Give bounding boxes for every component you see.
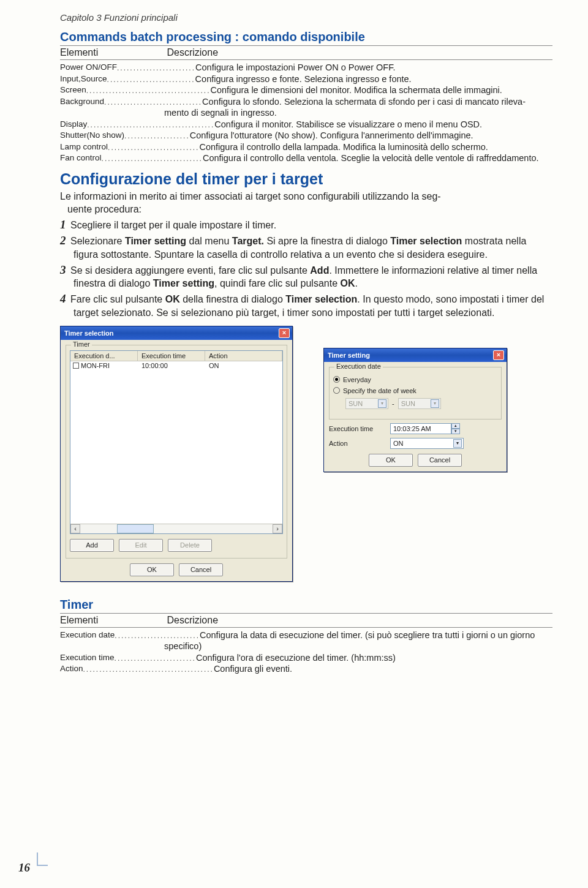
ok-button[interactable]: OK — [369, 454, 413, 467]
term: Power ON/OFF — [60, 62, 117, 73]
desc: Configura ingresso e fonte. Seleziona in… — [195, 73, 552, 85]
timer-list: Execution date..........................… — [60, 630, 552, 675]
table-header: Elementi Descrizione — [60, 613, 552, 628]
desc: Configura l'otturatore (No show). Config… — [190, 130, 552, 141]
col-descrizione: Descrizione — [167, 47, 218, 58]
horizontal-scrollbar[interactable]: ‹ › — [70, 524, 282, 533]
desc: Configura gli eventi. — [214, 663, 552, 675]
day-from-combo: SUN▾ — [345, 398, 388, 409]
desc-continuation: specifico) — [60, 641, 552, 652]
section1-title: Commands batch processing : comando disp… — [60, 30, 552, 44]
scroll-thumb[interactable] — [117, 524, 154, 533]
col-elementi: Elementi — [60, 47, 164, 58]
cancel-button[interactable]: Cancel — [418, 454, 462, 467]
dialog-title: Timer setting — [328, 352, 370, 359]
group-legend: Execution date — [334, 363, 383, 370]
term: Fan control — [60, 152, 102, 164]
desc: Configura la data di esecuzione del time… — [200, 630, 552, 641]
intro-text: Le informazioni in merito ai timer assoc… — [60, 190, 552, 216]
section3-title: Timer — [60, 598, 552, 612]
day-to-combo: SUN▾ — [398, 398, 441, 409]
term: Lamp control — [60, 141, 108, 153]
chevron-down-icon: ▾ — [431, 399, 439, 408]
step-4: 4 Fare clic sul pulsante OK della finest… — [60, 292, 552, 319]
timer-groupbox: Timer Execution d... Execution time Acti… — [66, 345, 287, 559]
term: Display — [60, 119, 87, 130]
chevron-down-icon: ▾ — [378, 399, 386, 408]
spin-down-icon[interactable]: ▾ — [451, 429, 460, 434]
scroll-left-icon[interactable]: ‹ — [70, 524, 80, 533]
titlebar[interactable]: Timer selection × — [61, 326, 292, 340]
action-label: Action — [329, 440, 390, 447]
desc: Configura il controllo della lampada. Mo… — [199, 141, 552, 153]
timer-setting-dialog: Timer setting × Execution date Everyday … — [323, 348, 507, 472]
desc: Configura lo sfondo. Seleziona la scherm… — [202, 96, 552, 108]
term: Background — [60, 96, 104, 108]
desc: Configura il monitor. Stabilisce se visu… — [214, 119, 552, 130]
add-button[interactable]: Add — [70, 539, 114, 552]
edit-button[interactable]: Edit — [119, 539, 163, 552]
desc-continuation: mento di segnali in ingresso. — [60, 107, 552, 119]
radio-icon[interactable] — [333, 376, 340, 383]
chapter-header: Capitolo 3 Funzioni principali — [60, 12, 552, 23]
radio-specify[interactable]: Specify the date of week — [333, 387, 497, 394]
desc: Configura il controllo della ventola. Sc… — [203, 152, 552, 164]
desc: Configura l'ora di esecuzione del timer.… — [196, 652, 552, 664]
term: Execution time — [60, 652, 115, 664]
term: Screen — [60, 85, 86, 96]
term: Input,Source — [60, 73, 107, 85]
exec-time-spinner[interactable]: 10:03:25 AM ▴▾ — [390, 423, 460, 434]
exec-date-groupbox: Execution date Everyday Specify the date… — [329, 367, 502, 420]
col-elementi: Elementi — [60, 615, 164, 626]
desc: Configura le impostazioni Power ON o Pow… — [195, 62, 552, 73]
term: Action — [60, 663, 83, 675]
titlebar[interactable]: Timer setting × — [324, 348, 507, 362]
ok-button[interactable]: OK — [130, 563, 174, 576]
step-1: 1 Scegliere il target per il quale impos… — [60, 217, 552, 233]
timer-selection-dialog: Timer selection × Timer Execution d... E… — [60, 326, 293, 582]
radio-everyday[interactable]: Everyday — [333, 376, 497, 383]
chevron-down-icon[interactable]: ▾ — [453, 439, 462, 448]
col-descrizione: Descrizione — [167, 615, 218, 625]
list-item[interactable]: MON-FRI 10:00:00 ON — [70, 361, 282, 370]
term: Execution date — [60, 630, 115, 641]
scroll-right-icon[interactable]: › — [273, 524, 282, 533]
exec-time-label: Execution time — [329, 425, 390, 432]
col-exec-date[interactable]: Execution d... — [70, 351, 138, 361]
cancel-button[interactable]: Cancel — [179, 563, 223, 576]
desc: Configura le dimensioni del monitor. Mod… — [210, 85, 552, 96]
close-icon[interactable]: × — [493, 350, 504, 360]
timer-listbox[interactable]: Execution d... Execution time Action MON… — [70, 350, 283, 534]
col-exec-time[interactable]: Execution time — [138, 351, 205, 361]
commands-list: Power ON/OFF........................Conf… — [60, 62, 552, 164]
col-action[interactable]: Action — [205, 351, 282, 361]
table-header: Elementi Descrizione — [60, 45, 552, 60]
list-header: Execution d... Execution time Action — [70, 351, 282, 361]
section2-title: Configurazione del timer per i target — [60, 170, 552, 188]
step-2: 2 Selezionare Timer setting dal menu Tar… — [60, 233, 552, 261]
delete-button[interactable]: Delete — [168, 539, 212, 552]
page-number: 16 — [18, 861, 30, 875]
checkbox-icon[interactable] — [73, 363, 79, 369]
dialog-title: Timer selection — [64, 329, 114, 337]
term: Shutter(No show) — [60, 130, 124, 141]
step-3: 3 Se si desidera aggiungere eventi, fare… — [60, 263, 552, 290]
group-legend: Timer — [71, 341, 92, 348]
action-combo[interactable]: ON▾ — [390, 438, 464, 449]
scroll-track[interactable] — [80, 524, 273, 533]
spin-up-icon[interactable]: ▴ — [451, 423, 460, 429]
close-icon[interactable]: × — [279, 328, 290, 338]
radio-icon[interactable] — [333, 387, 340, 394]
